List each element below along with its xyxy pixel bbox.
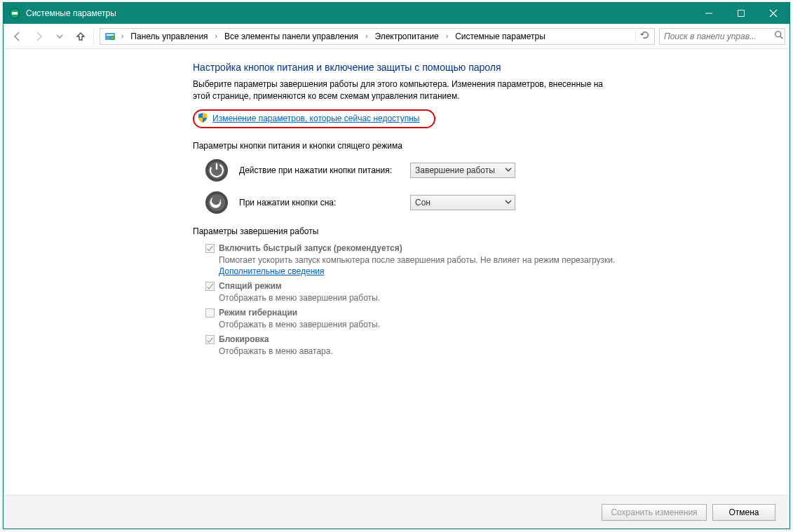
power-button-label: Действие при нажатии кнопки питания:	[239, 165, 400, 175]
search-box[interactable]	[659, 28, 785, 45]
sleep-button-icon	[204, 190, 229, 215]
fast-startup-checkbox[interactable]	[205, 244, 215, 253]
svg-point-6	[110, 36, 114, 40]
cancel-button[interactable]: Отмена	[712, 504, 775, 521]
hibernate-option: Режим гибернации Отображать в меню завер…	[205, 308, 626, 330]
hibernate-description: Отображать в меню завершения работы.	[219, 319, 626, 330]
lock-option: Блокировка Отображать в меню аватара.	[205, 334, 626, 357]
hibernate-checkbox[interactable]	[205, 308, 215, 318]
search-icon[interactable]	[774, 30, 784, 42]
sleep-option: Спящий режим Отображать в меню завершени…	[205, 281, 626, 303]
chevron-right-icon[interactable]: ›	[212, 32, 220, 40]
svg-rect-5	[107, 34, 114, 36]
lock-label: Блокировка	[219, 334, 269, 344]
select-value: Завершение работы	[415, 165, 505, 175]
fast-startup-option: Включить быстрый запуск (рекомендуется) …	[205, 243, 626, 277]
svg-point-7	[775, 32, 781, 37]
shield-icon	[197, 112, 208, 125]
svg-rect-2	[705, 13, 712, 14]
sleep-checkbox[interactable]	[205, 282, 215, 291]
page-title: Настройка кнопок питания и включение защ…	[193, 62, 778, 73]
more-info-link[interactable]: Дополнительные сведения	[219, 266, 324, 276]
breadcrumb-item[interactable]: Панель управления	[129, 32, 209, 41]
fast-startup-description: Помогает ускорить запуск компьютера посл…	[219, 254, 626, 277]
sleep-label: Спящий режим	[219, 281, 282, 291]
sleep-button-action-row: При нажатии кнопки сна: Сон	[204, 190, 778, 215]
change-unavailable-settings-link[interactable]: Изменение параметров, которые сейчас нед…	[212, 114, 420, 123]
address-bar[interactable]: › Панель управления › Все элементы панел…	[100, 28, 655, 45]
maximize-button[interactable]	[725, 3, 757, 24]
power-button-icon	[204, 158, 229, 183]
svg-line-8	[780, 36, 783, 39]
power-options-icon	[9, 8, 20, 19]
back-button[interactable]	[8, 27, 27, 46]
close-button[interactable]	[757, 3, 789, 24]
lock-checkbox[interactable]	[205, 335, 215, 344]
chevron-right-icon[interactable]: ›	[362, 32, 370, 40]
chevron-right-icon[interactable]: ›	[118, 32, 126, 40]
refresh-button[interactable]	[635, 30, 650, 42]
content-area: Настройка кнопок питания и включение защ…	[4, 49, 789, 495]
fast-startup-label: Включить быстрый запуск (рекомендуется)	[219, 243, 402, 253]
window-title: Системные параметры	[26, 8, 116, 18]
chevron-right-icon[interactable]: ›	[443, 32, 451, 40]
minimize-button[interactable]	[693, 3, 725, 24]
lock-description: Отображать в меню аватара.	[219, 346, 626, 357]
chevron-down-icon	[505, 198, 512, 207]
chevron-down-icon	[505, 165, 512, 175]
section-shutdown-settings: Параметры завершения работы	[193, 226, 778, 236]
breadcrumb-item[interactable]: Все элементы панели управления	[223, 32, 360, 41]
svg-rect-1	[12, 12, 18, 15]
save-button[interactable]: Сохранить изменения	[602, 504, 707, 521]
power-button-action-select[interactable]: Завершение работы	[410, 163, 515, 178]
svg-rect-3	[738, 11, 745, 17]
breadcrumb-item[interactable]: Системные параметры	[454, 32, 547, 41]
forward-button[interactable]	[29, 27, 48, 46]
address-row: › Панель управления › Все элементы панел…	[4, 24, 789, 49]
select-value: Сон	[415, 198, 505, 207]
hibernate-label: Режим гибернации	[219, 308, 297, 318]
sleep-button-label: При нажатии кнопки сна:	[239, 198, 400, 207]
sleep-button-action-select[interactable]: Сон	[410, 195, 515, 210]
breadcrumb-item[interactable]: Электропитание	[373, 32, 440, 41]
nav-separator	[93, 29, 94, 44]
intro-text: Выберите параметры завершения работы для…	[193, 79, 614, 102]
uac-link-highlight: Изменение параметров, которые сейчас нед…	[193, 109, 435, 128]
recent-dropdown-icon[interactable]	[50, 27, 69, 46]
titlebar: Системные параметры	[4, 3, 789, 24]
sleep-description: Отображать в меню завершения работы.	[219, 292, 626, 303]
footer: Сохранить изменения Отмена	[4, 495, 789, 528]
search-input[interactable]	[663, 31, 771, 42]
window: Системные параметры ›	[3, 2, 790, 529]
control-panel-icon	[104, 31, 116, 42]
section-power-buttons: Параметры кнопки питания и кнопки спящег…	[193, 141, 778, 151]
power-button-action-row: Действие при нажатии кнопки питания: Зав…	[204, 158, 778, 183]
up-button[interactable]	[71, 27, 90, 46]
